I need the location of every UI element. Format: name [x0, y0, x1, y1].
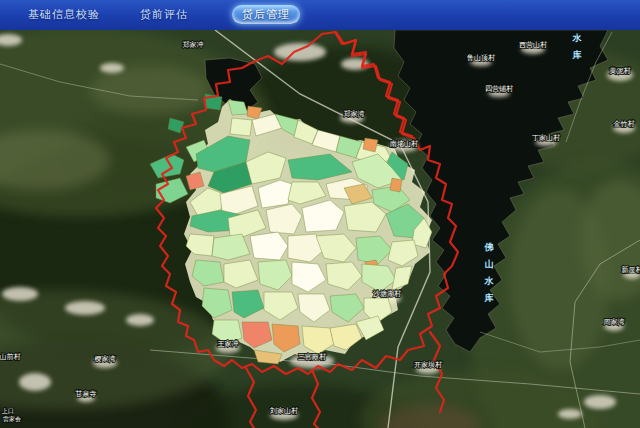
settlement-patch: [126, 314, 154, 326]
place-label: 水: [484, 276, 495, 286]
place-label: 四营铺村: [485, 85, 513, 93]
place-label: 黄泥村: [610, 67, 631, 75]
forest-patch: [510, 190, 610, 370]
place-label: 库: [484, 293, 494, 303]
place-label: 上口: [1, 407, 14, 415]
settlement-patch: [558, 409, 582, 419]
place-label: 金竹村: [614, 120, 635, 128]
settlement-patch: [19, 373, 51, 391]
place-label: 开家坝村: [414, 361, 442, 369]
place-label: 鲁山顶村: [467, 54, 495, 62]
settlement-patch: [65, 301, 105, 315]
settlement-patch: [2, 287, 38, 301]
land-parcel[interactable]: [390, 178, 402, 192]
top-nav-bar: 基础信息校验 贷前评估 贷后管理: [0, 0, 640, 30]
place-label: 周家湾: [604, 318, 625, 326]
settlement-patch: [100, 63, 124, 73]
place-label: 刘家山村: [269, 407, 298, 415]
satellite-map-canvas: 郑家冲西营山村鲁山顶村水库四营铺村黄泥村丁家山村金竹村郑家湾南垴山村佛山水库新屋…: [0, 30, 640, 428]
tab-basic-info-verification[interactable]: 基础信息校验: [28, 0, 100, 30]
loan-management-map-app: 基础信息校验 贷前评估 贷后管理 郑家冲西营山村鲁山顶村水库四营铺村黄泥村丁家山…: [0, 0, 640, 428]
place-label: 南垴山村: [390, 140, 418, 148]
place-label: 沙塘湖村: [373, 290, 401, 298]
land-parcel[interactable]: [363, 138, 378, 152]
place-label: 佛: [484, 242, 494, 252]
place-label: 樱家湾: [95, 355, 116, 363]
land-parcel[interactable]: [230, 118, 252, 136]
settlement-patch: [584, 395, 616, 409]
place-label: 西营山村: [519, 41, 547, 49]
place-label: 库: [572, 50, 582, 60]
place-label: 丁家山村: [532, 134, 560, 142]
place-label: 王家冲: [218, 340, 239, 348]
place-label: 山前村: [0, 353, 21, 361]
tab-postloan-management[interactable]: 贷后管理: [232, 5, 300, 24]
place-label: 雷家会: [3, 415, 21, 423]
place-label: 甘泉寺: [75, 390, 97, 398]
place-label: 郑家湾: [344, 110, 365, 118]
satellite-map-viewport[interactable]: 郑家冲西营山村鲁山顶村水库四营铺村黄泥村丁家山村金竹村郑家湾南垴山村佛山水库新屋…: [0, 30, 640, 428]
settlement-patch: [274, 43, 326, 61]
tab-preloan-assessment[interactable]: 贷前评估: [140, 0, 188, 30]
place-label: 山: [485, 259, 494, 269]
place-label: 郑家冲: [183, 41, 204, 49]
place-label: 水: [572, 33, 583, 43]
place-label: 新屋村: [622, 265, 640, 274]
place-label: 三官殿村: [298, 353, 326, 361]
